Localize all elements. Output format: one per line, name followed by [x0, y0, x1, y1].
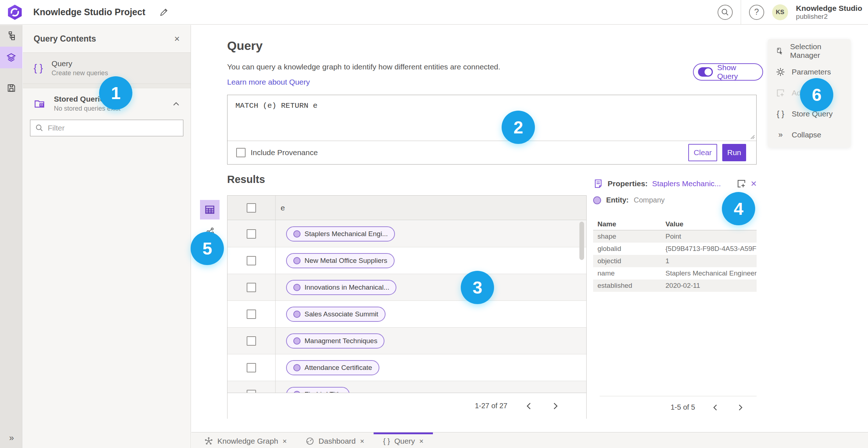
menu-item-selection-manager[interactable]: Selection Manager: [768, 40, 851, 61]
properties-entity-link[interactable]: Staplers Mechanic...: [652, 179, 721, 188]
property-value: {5D9B4713-F98D-4A53-A59F-C11...: [665, 245, 757, 253]
prev-page-button[interactable]: [523, 401, 534, 411]
panel-title: Query Contents: [34, 34, 174, 44]
entity-label: Innovations in Mechanical...: [305, 283, 389, 291]
braces-icon: { }: [776, 109, 785, 119]
column-header-name: Name: [593, 220, 665, 228]
table-row[interactable]: Innovations in Mechanical...: [227, 274, 586, 301]
entity-pill[interactable]: Innovations in Mechanical...: [286, 280, 396, 295]
query-textarea[interactable]: MATCH (e) RETURN e: [227, 95, 756, 141]
prev-page-button[interactable]: [710, 402, 720, 413]
close-tab-icon[interactable]: ×: [360, 437, 365, 445]
entity-dot-icon: [293, 364, 301, 371]
tab-knowledge-graph[interactable]: Knowledge Graph ×: [195, 432, 296, 448]
sidebar-item-schema[interactable]: [0, 25, 22, 47]
next-page-button[interactable]: [550, 401, 561, 411]
menu-item-parameters[interactable]: Parameters: [768, 61, 851, 82]
close-tab-icon[interactable]: ×: [419, 437, 424, 445]
table-row[interactable]: Managment Techniques: [227, 328, 586, 354]
annotation-badge-6: 6: [800, 78, 833, 111]
table-view-button[interactable]: [200, 200, 220, 219]
add-to-selection-icon[interactable]: [736, 179, 746, 189]
user-name-label: publisher2: [796, 13, 862, 21]
help-button[interactable]: ?: [749, 5, 764, 20]
contents-item-subtitle: Create new queries: [52, 69, 180, 77]
include-provenance-checkbox[interactable]: [236, 148, 246, 157]
filter-field: [30, 120, 183, 136]
toggle-label: Show Query: [717, 63, 754, 81]
row-checkbox[interactable]: [247, 363, 256, 372]
row-checkbox[interactable]: [247, 283, 256, 292]
entity-pill[interactable]: Managment Techniques: [286, 333, 384, 349]
entity-pill[interactable]: Attendance Certificate: [286, 360, 379, 375]
table-row[interactable]: Staplers Mechanical Engi...: [227, 221, 586, 247]
entity-label: Staplers Mechanical Engi...: [305, 230, 388, 238]
annotation-badge-3: 3: [461, 271, 494, 304]
property-name: name: [593, 269, 665, 277]
braces-icon: { }: [34, 63, 43, 74]
tab-label: Dashboard: [319, 437, 356, 445]
include-provenance-label: Include Provenance: [251, 148, 318, 157]
property-row: objectid 1: [593, 255, 757, 267]
entity-label: Entity:: [606, 196, 629, 204]
menu-item-label: Parameters: [792, 68, 831, 76]
table-row[interactable]: New Metal Office Suppliers: [227, 247, 586, 274]
filter-input[interactable]: [48, 124, 178, 132]
user-menu[interactable]: Knowledge Studio publisher2: [796, 4, 862, 21]
main-content: Query You can query a knowledge graph to…: [191, 25, 763, 432]
menu-item-label: Selection Manager: [790, 42, 843, 60]
results-table: e Staplers Mechanical Engi... New Metal …: [227, 195, 587, 419]
row-checkbox[interactable]: [247, 310, 256, 319]
edit-title-button[interactable]: [158, 6, 170, 18]
select-all-checkbox[interactable]: [247, 203, 256, 213]
table-row[interactable]: Attendance Certificate: [227, 354, 586, 381]
tab-dashboard[interactable]: Dashboard ×: [296, 432, 374, 448]
table-row[interactable]: Sales Associate Summit: [227, 301, 586, 328]
run-button[interactable]: Run: [722, 144, 746, 161]
chevron-up-icon[interactable]: [173, 101, 180, 106]
toggle-switch-on: [698, 67, 713, 77]
learn-more-link[interactable]: Learn more about Query: [227, 78, 310, 86]
editor-footer: Include Provenance Clear Run: [227, 141, 756, 164]
sidebar-item-save[interactable]: [0, 77, 22, 99]
next-page-button[interactable]: [735, 402, 746, 413]
property-value: Staplers Mechanical Engineering: [665, 269, 757, 277]
gear-icon: [776, 67, 785, 77]
braces-icon: { }: [383, 437, 390, 445]
properties-pagination: 1-5 of 5: [600, 396, 757, 418]
row-checkbox[interactable]: [247, 229, 256, 239]
close-panel-button[interactable]: ×: [174, 34, 180, 43]
user-avatar[interactable]: KS: [772, 4, 788, 20]
resize-handle[interactable]: [750, 134, 755, 139]
table-row[interactable]: Firebird Title: [227, 381, 586, 393]
sidebar-item-layers[interactable]: [0, 47, 22, 68]
close-properties-button[interactable]: ×: [751, 179, 757, 189]
properties-title: Properties:: [608, 179, 648, 188]
clear-button[interactable]: Clear: [688, 144, 717, 161]
layers-icon: [6, 52, 16, 63]
row-checkbox[interactable]: [247, 336, 256, 346]
entity-pill[interactable]: Sales Associate Summit: [286, 307, 386, 322]
close-tab-icon[interactable]: ×: [282, 437, 287, 445]
properties-table: Name Value shape Point globalid {5D9B471…: [593, 218, 757, 292]
annotation-badge-5: 5: [191, 232, 224, 265]
app-logo-icon: [7, 4, 23, 21]
show-query-toggle[interactable]: Show Query: [693, 63, 763, 81]
property-value: 1: [665, 257, 757, 265]
top-bar: Knowledge Studio Project ? KS Knowledge …: [0, 0, 868, 25]
entity-pill[interactable]: Staplers Mechanical Engi...: [286, 226, 395, 242]
tab-query[interactable]: { } Query ×: [374, 432, 433, 448]
entity-dot-icon: [293, 337, 301, 345]
row-checkbox[interactable]: [247, 390, 256, 393]
annotation-badge-2: 2: [502, 111, 535, 144]
left-rail: »: [0, 25, 22, 448]
entity-dot-icon: [293, 284, 301, 291]
entity-pill[interactable]: Firebird Title: [286, 387, 350, 393]
entity-pill[interactable]: New Metal Office Suppliers: [286, 253, 395, 268]
expand-rail-button[interactable]: »: [0, 433, 22, 443]
row-checkbox[interactable]: [247, 256, 256, 265]
table-scrollbar[interactable]: [579, 222, 584, 260]
menu-item-collapse[interactable]: » Collapse: [768, 124, 851, 145]
search-button[interactable]: [718, 5, 733, 20]
properties-doc-icon: [593, 179, 603, 189]
